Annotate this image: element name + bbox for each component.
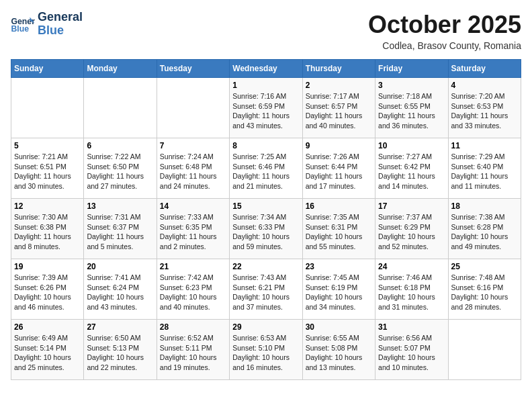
week-row-4: 19Sunrise: 7:39 AM Sunset: 6:26 PM Dayli… xyxy=(11,259,521,320)
day-cell: 19Sunrise: 7:39 AM Sunset: 6:26 PM Dayli… xyxy=(11,259,84,320)
day-info: Sunrise: 7:45 AM Sunset: 6:19 PM Dayligh… xyxy=(306,273,372,312)
day-number: 2 xyxy=(306,81,372,90)
day-info: Sunrise: 7:43 AM Sunset: 6:21 PM Dayligh… xyxy=(232,273,299,312)
weekday-header-thursday: Thursday xyxy=(302,60,375,78)
day-cell: 21Sunrise: 7:42 AM Sunset: 6:23 PM Dayli… xyxy=(157,259,229,320)
day-cell: 14Sunrise: 7:33 AM Sunset: 6:35 PM Dayli… xyxy=(157,199,229,259)
day-cell: 9Sunrise: 7:26 AM Sunset: 6:44 PM Daylig… xyxy=(302,138,375,199)
day-number: 11 xyxy=(451,141,518,150)
day-number: 7 xyxy=(160,141,226,150)
day-cell: 23Sunrise: 7:45 AM Sunset: 6:19 PM Dayli… xyxy=(302,259,375,320)
day-number: 16 xyxy=(306,201,372,211)
day-cell: 4Sunrise: 7:20 AM Sunset: 6:53 PM Daylig… xyxy=(448,78,521,138)
day-cell: 20Sunrise: 7:41 AM Sunset: 6:24 PM Dayli… xyxy=(84,259,157,320)
day-number: 15 xyxy=(232,201,299,211)
logo-line1: General xyxy=(38,11,83,24)
weekday-header-saturday: Saturday xyxy=(448,60,521,78)
week-row-5: 26Sunrise: 6:49 AM Sunset: 5:14 PM Dayli… xyxy=(11,320,521,380)
week-row-1: 1Sunrise: 7:16 AM Sunset: 6:59 PM Daylig… xyxy=(11,78,521,138)
day-info: Sunrise: 6:56 AM Sunset: 5:07 PM Dayligh… xyxy=(378,333,445,373)
day-number: 1 xyxy=(232,81,299,90)
day-cell xyxy=(84,78,157,138)
day-info: Sunrise: 7:16 AM Sunset: 6:59 PM Dayligh… xyxy=(232,91,299,131)
day-info: Sunrise: 7:26 AM Sunset: 6:44 PM Dayligh… xyxy=(306,152,372,191)
day-number: 19 xyxy=(14,262,81,271)
day-cell: 30Sunrise: 6:55 AM Sunset: 5:08 PM Dayli… xyxy=(302,320,375,380)
svg-text:Blue: Blue xyxy=(11,24,30,33)
day-number: 22 xyxy=(232,262,299,271)
day-cell: 29Sunrise: 6:53 AM Sunset: 5:10 PM Dayli… xyxy=(230,320,302,380)
day-info: Sunrise: 7:42 AM Sunset: 6:23 PM Dayligh… xyxy=(160,273,226,312)
day-info: Sunrise: 7:38 AM Sunset: 6:28 PM Dayligh… xyxy=(451,212,518,252)
day-cell: 1Sunrise: 7:16 AM Sunset: 6:59 PM Daylig… xyxy=(230,78,302,138)
day-number: 21 xyxy=(160,262,226,271)
day-number: 12 xyxy=(14,201,81,211)
day-number: 18 xyxy=(451,201,518,211)
day-cell: 24Sunrise: 7:46 AM Sunset: 6:18 PM Dayli… xyxy=(375,259,448,320)
day-info: Sunrise: 7:25 AM Sunset: 6:46 PM Dayligh… xyxy=(232,152,299,191)
day-info: Sunrise: 7:35 AM Sunset: 6:31 PM Dayligh… xyxy=(306,212,372,252)
day-info: Sunrise: 7:46 AM Sunset: 6:18 PM Dayligh… xyxy=(378,273,445,312)
day-number: 8 xyxy=(232,141,299,150)
week-row-2: 5Sunrise: 7:21 AM Sunset: 6:51 PM Daylig… xyxy=(11,138,521,199)
day-cell: 5Sunrise: 7:21 AM Sunset: 6:51 PM Daylig… xyxy=(11,138,84,199)
day-cell: 7Sunrise: 7:24 AM Sunset: 6:48 PM Daylig… xyxy=(157,138,229,199)
day-cell: 15Sunrise: 7:34 AM Sunset: 6:33 PM Dayli… xyxy=(230,199,302,259)
day-cell: 2Sunrise: 7:17 AM Sunset: 6:57 PM Daylig… xyxy=(302,78,375,138)
day-cell: 11Sunrise: 7:29 AM Sunset: 6:40 PM Dayli… xyxy=(448,138,521,199)
day-number: 3 xyxy=(378,81,445,90)
day-info: Sunrise: 7:27 AM Sunset: 6:42 PM Dayligh… xyxy=(378,152,445,191)
day-cell: 28Sunrise: 6:52 AM Sunset: 5:11 PM Dayli… xyxy=(157,320,229,380)
day-info: Sunrise: 7:48 AM Sunset: 6:16 PM Dayligh… xyxy=(451,273,518,312)
day-number: 4 xyxy=(451,81,518,90)
day-number: 17 xyxy=(378,201,445,211)
day-cell: 12Sunrise: 7:30 AM Sunset: 6:38 PM Dayli… xyxy=(11,199,84,259)
weekday-header-wednesday: Wednesday xyxy=(230,60,302,78)
day-info: Sunrise: 6:55 AM Sunset: 5:08 PM Dayligh… xyxy=(306,333,372,373)
day-info: Sunrise: 7:34 AM Sunset: 6:33 PM Dayligh… xyxy=(232,212,299,252)
day-cell: 13Sunrise: 7:31 AM Sunset: 6:37 PM Dayli… xyxy=(84,199,157,259)
logo: General Blue General Blue xyxy=(11,11,83,38)
day-cell: 10Sunrise: 7:27 AM Sunset: 6:42 PM Dayli… xyxy=(375,138,448,199)
day-cell: 25Sunrise: 7:48 AM Sunset: 6:16 PM Dayli… xyxy=(448,259,521,320)
day-info: Sunrise: 7:29 AM Sunset: 6:40 PM Dayligh… xyxy=(451,152,518,191)
day-number: 9 xyxy=(306,141,372,150)
day-number: 23 xyxy=(306,262,372,271)
day-cell: 31Sunrise: 6:56 AM Sunset: 5:07 PM Dayli… xyxy=(375,320,448,380)
page-header: General Blue General Blue October 2025 C… xyxy=(11,11,521,51)
day-info: Sunrise: 7:20 AM Sunset: 6:53 PM Dayligh… xyxy=(451,91,518,131)
month-title: October 2025 xyxy=(368,11,521,39)
day-number: 14 xyxy=(160,201,226,211)
day-info: Sunrise: 7:41 AM Sunset: 6:24 PM Dayligh… xyxy=(87,273,153,312)
title-block: October 2025 Codlea, Brasov County, Roma… xyxy=(368,11,521,51)
day-number: 20 xyxy=(87,262,153,271)
day-cell xyxy=(157,78,229,138)
day-number: 31 xyxy=(378,322,445,332)
day-cell: 3Sunrise: 7:18 AM Sunset: 6:55 PM Daylig… xyxy=(375,78,448,138)
location-subtitle: Codlea, Brasov County, Romania xyxy=(368,40,521,51)
day-cell: 22Sunrise: 7:43 AM Sunset: 6:21 PM Dayli… xyxy=(230,259,302,320)
day-cell: 6Sunrise: 7:22 AM Sunset: 6:50 PM Daylig… xyxy=(84,138,157,199)
weekday-header-monday: Monday xyxy=(84,60,157,78)
logo-text: General Blue xyxy=(38,11,83,38)
day-info: Sunrise: 7:22 AM Sunset: 6:50 PM Dayligh… xyxy=(87,152,153,191)
day-cell xyxy=(448,320,521,380)
day-cell: 16Sunrise: 7:35 AM Sunset: 6:31 PM Dayli… xyxy=(302,199,375,259)
day-number: 28 xyxy=(160,322,226,332)
day-number: 5 xyxy=(14,141,81,150)
day-number: 27 xyxy=(87,322,153,332)
day-info: Sunrise: 7:24 AM Sunset: 6:48 PM Dayligh… xyxy=(160,152,226,191)
logo-icon: General Blue xyxy=(11,15,35,34)
day-number: 25 xyxy=(451,262,518,271)
day-info: Sunrise: 6:49 AM Sunset: 5:14 PM Dayligh… xyxy=(14,333,81,373)
calendar-table: SundayMondayTuesdayWednesdayThursdayFrid… xyxy=(11,59,521,380)
day-number: 30 xyxy=(306,322,372,332)
day-cell: 18Sunrise: 7:38 AM Sunset: 6:28 PM Dayli… xyxy=(448,199,521,259)
day-cell: 17Sunrise: 7:37 AM Sunset: 6:29 PM Dayli… xyxy=(375,199,448,259)
day-info: Sunrise: 7:39 AM Sunset: 6:26 PM Dayligh… xyxy=(14,273,81,312)
day-number: 10 xyxy=(378,141,445,150)
weekday-header-tuesday: Tuesday xyxy=(157,60,229,78)
day-number: 13 xyxy=(87,201,153,211)
day-info: Sunrise: 7:31 AM Sunset: 6:37 PM Dayligh… xyxy=(87,212,153,252)
weekday-header-row: SundayMondayTuesdayWednesdayThursdayFrid… xyxy=(11,60,521,78)
